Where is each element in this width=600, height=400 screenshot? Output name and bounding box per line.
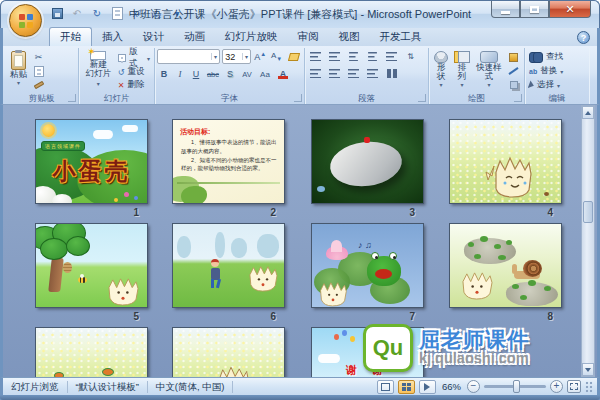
help-button[interactable]: ? bbox=[577, 31, 590, 44]
character-spacing-button[interactable]: AV bbox=[239, 67, 255, 81]
format-painter-button[interactable] bbox=[30, 79, 47, 92]
reset-button[interactable]: ↺重设 bbox=[116, 66, 152, 78]
tab-home[interactable]: 开始 bbox=[49, 27, 92, 46]
numbering-button[interactable] bbox=[326, 49, 343, 63]
line-spacing-button[interactable] bbox=[383, 49, 400, 63]
music-notes-icon: ♪ ♫ bbox=[358, 240, 372, 250]
font-dialog-launcher[interactable] bbox=[294, 94, 302, 102]
change-case-button[interactable]: Aa bbox=[257, 67, 273, 81]
clipboard-dialog-launcher[interactable] bbox=[68, 94, 76, 102]
align-right-button[interactable] bbox=[345, 66, 362, 80]
drawing-dialog-launcher[interactable] bbox=[514, 94, 522, 102]
slide-thumbnail-8[interactable] bbox=[449, 223, 562, 308]
minimize-icon bbox=[501, 11, 510, 14]
tree-canopy-graphic bbox=[66, 236, 90, 256]
office-button[interactable] bbox=[9, 4, 42, 37]
tab-review[interactable]: 审阅 bbox=[288, 28, 329, 46]
zoom-in-button[interactable]: + bbox=[550, 380, 563, 393]
status-view-mode[interactable]: 幻灯片浏览 bbox=[3, 381, 68, 393]
text-direction-button[interactable]: ⇅ bbox=[402, 49, 419, 63]
justify-button[interactable] bbox=[364, 66, 381, 80]
tab-slideshow[interactable]: 幻灯片放映 bbox=[215, 28, 288, 46]
slide-sorter-view-button[interactable] bbox=[398, 380, 415, 394]
columns-button[interactable] bbox=[383, 66, 400, 80]
maximize-button[interactable] bbox=[520, 1, 549, 18]
paste-button[interactable]: 粘贴▾ bbox=[7, 49, 30, 91]
find-button[interactable]: 查找 bbox=[527, 51, 565, 63]
scrollbar-thumb[interactable] bbox=[583, 201, 593, 223]
italic-button[interactable]: I bbox=[173, 67, 187, 81]
zoom-slider-thumb[interactable] bbox=[513, 380, 520, 393]
new-slide-icon bbox=[90, 51, 106, 60]
slide-thumbnail-4[interactable] bbox=[449, 119, 562, 204]
slide-thumbnail-6[interactable] bbox=[172, 223, 285, 308]
slide-thumbnail-10[interactable] bbox=[172, 327, 285, 377]
editing-group-label: 编辑 bbox=[525, 92, 589, 104]
tab-developer[interactable]: 开发工具 bbox=[370, 28, 432, 46]
font-size-value: 32 bbox=[225, 52, 235, 62]
shape-effects-button[interactable] bbox=[505, 78, 522, 91]
decrease-indent-button[interactable] bbox=[345, 49, 362, 63]
new-slide-button[interactable]: 新建 幻灯片 ▾ bbox=[81, 49, 116, 91]
slide-number-3: 3 bbox=[311, 207, 424, 218]
cloud-graphic bbox=[93, 130, 113, 139]
slide-thumbnail-7[interactable]: ♪ ♫ bbox=[311, 223, 424, 308]
zoom-slider[interactable] bbox=[484, 385, 546, 388]
copy-icon bbox=[34, 66, 44, 77]
close-button[interactable]: ✕ bbox=[549, 1, 591, 18]
status-design-template[interactable]: “默认设计模板” bbox=[68, 381, 148, 393]
minimize-button[interactable] bbox=[491, 1, 520, 18]
strikethrough-button[interactable]: abc bbox=[205, 67, 221, 81]
tab-design[interactable]: 设计 bbox=[133, 28, 174, 46]
arrange-label: 排列 bbox=[454, 63, 470, 83]
zoom-level[interactable]: 66% bbox=[440, 381, 463, 392]
vertical-scrollbar[interactable] bbox=[581, 105, 595, 377]
normal-view-icon bbox=[381, 383, 390, 391]
shrink-font-button[interactable]: A▼ bbox=[269, 50, 283, 64]
slide-thumbnail-1[interactable]: 语言领域课件 小蛋壳 bbox=[35, 119, 148, 204]
paragraph-dialog-launcher[interactable] bbox=[418, 94, 426, 102]
tab-animations[interactable]: 动画 bbox=[174, 28, 215, 46]
layout-button[interactable]: 版式▾ bbox=[116, 51, 152, 65]
select-button[interactable]: 选择▾ bbox=[527, 79, 565, 91]
font-size-combo[interactable]: 32▾ bbox=[222, 49, 251, 64]
font-name-combo[interactable]: ▾ bbox=[157, 49, 220, 64]
fit-to-window-button[interactable] bbox=[567, 380, 581, 393]
slide-thumbnail-9[interactable] bbox=[35, 327, 148, 377]
resize-grip[interactable] bbox=[585, 381, 593, 393]
text-shadow-button[interactable]: S bbox=[223, 67, 237, 81]
slideshow-view-button[interactable] bbox=[419, 380, 436, 394]
arrange-button[interactable]: 排列▾ bbox=[451, 49, 473, 91]
scroll-down-button[interactable] bbox=[582, 363, 594, 376]
tab-view[interactable]: 视图 bbox=[329, 28, 370, 46]
shape-outline-button[interactable] bbox=[505, 65, 522, 78]
shapes-button[interactable]: 形状▾ bbox=[431, 49, 451, 91]
beehive-graphic bbox=[63, 262, 72, 273]
status-language[interactable]: 中文(简体, 中国) bbox=[148, 381, 234, 393]
normal-view-button[interactable] bbox=[377, 380, 394, 394]
bold-button[interactable]: B bbox=[157, 67, 171, 81]
slide-sorter-area[interactable]: 语言领域课件 小蛋壳 1 活动目标: 1、懂得故事中表达的情节，能说出故事的大概… bbox=[0, 105, 600, 377]
underline-button[interactable]: U bbox=[189, 67, 203, 81]
clear-formatting-button[interactable] bbox=[286, 50, 302, 64]
font-color-button[interactable]: A bbox=[275, 67, 291, 81]
scroll-up-button[interactable] bbox=[582, 106, 594, 119]
slide-thumbnail-2[interactable]: 活动目标: 1、懂得故事中表达的情节，能说出故事的大概内容。 2、知道不同的小动… bbox=[172, 119, 285, 204]
replace-button[interactable]: ab替换▾ bbox=[527, 65, 565, 77]
tab-insert[interactable]: 插入 bbox=[92, 28, 133, 46]
align-center-button[interactable] bbox=[326, 66, 343, 80]
zoom-out-button[interactable]: − bbox=[467, 380, 480, 393]
quick-styles-button[interactable]: 快速样式▾ bbox=[473, 49, 505, 91]
grow-font-button[interactable]: A▲ bbox=[253, 50, 267, 64]
shape-fill-button[interactable] bbox=[505, 51, 522, 64]
slide-number-2: 2 bbox=[172, 207, 285, 218]
slide-thumbnail-3[interactable] bbox=[311, 119, 424, 204]
cut-button[interactable]: ✂ bbox=[30, 51, 47, 64]
align-left-button[interactable] bbox=[307, 66, 324, 80]
bullets-button[interactable] bbox=[307, 49, 324, 63]
increase-indent-button[interactable] bbox=[364, 49, 381, 63]
delete-button[interactable]: ✕删除 bbox=[116, 79, 152, 91]
slide-thumbnail-5[interactable] bbox=[35, 223, 148, 308]
sun-graphic bbox=[42, 124, 55, 137]
copy-button[interactable] bbox=[30, 65, 47, 78]
